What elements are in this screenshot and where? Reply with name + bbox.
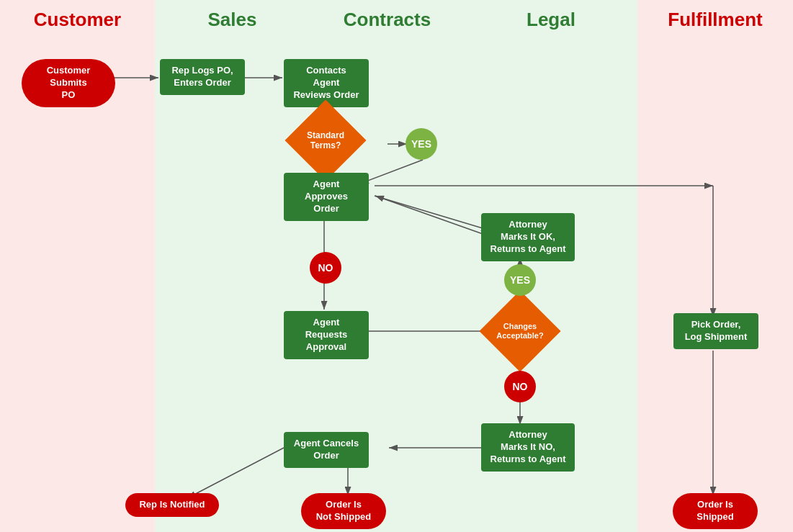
diagram-container: Customer Sales Contracts Legal Fulfillme… [0,0,793,532]
lane-fulfillment-header: Fulfillment [637,0,793,37]
standard-terms-label: StandardTerms? [297,112,354,169]
attorney-no: AttorneyMarks It NO,Returns to Agent [481,423,575,472]
no-circle-2: NO [504,371,536,402]
changes-acceptable-wrapper: ChangesAcceptable? [491,302,549,360]
standard-terms-diamond-wrapper: StandardTerms? [297,112,354,169]
changes-acceptable-label: ChangesAcceptable? [491,302,549,360]
order-not-shipped: Order IsNot Shipped [301,493,386,529]
rep-logs-po: Rep Logs PO,Enters Order [160,59,245,95]
no-circle-1: NO [310,252,341,284]
yes-circle-1: YES [406,128,437,160]
lane-contracts-header: Contracts [310,0,465,37]
agent-approves: Agent ApprovesOrder [284,173,369,221]
order-is-shipped: Order Is Shipped [673,493,758,529]
customer-submits-po: Customer SubmitsPO [22,59,115,107]
agent-cancels: Agent CancelsOrder [284,432,369,468]
agent-requests-approval: Agent RequestsApproval [284,311,369,359]
lane-customer-header: Customer [0,0,155,37]
pick-order: Pick Order,Log Shipment [673,313,758,349]
lane-sales-header: Sales [155,0,310,37]
yes-circle-2: YES [504,264,536,296]
lane-legal-header: Legal [465,0,637,37]
lane-fulfillment: Fulfillment [637,0,793,532]
attorney-ok: AttorneyMarks It OK,Returns to Agent [481,213,575,261]
rep-is-notified: Rep Is Notified [125,493,219,517]
